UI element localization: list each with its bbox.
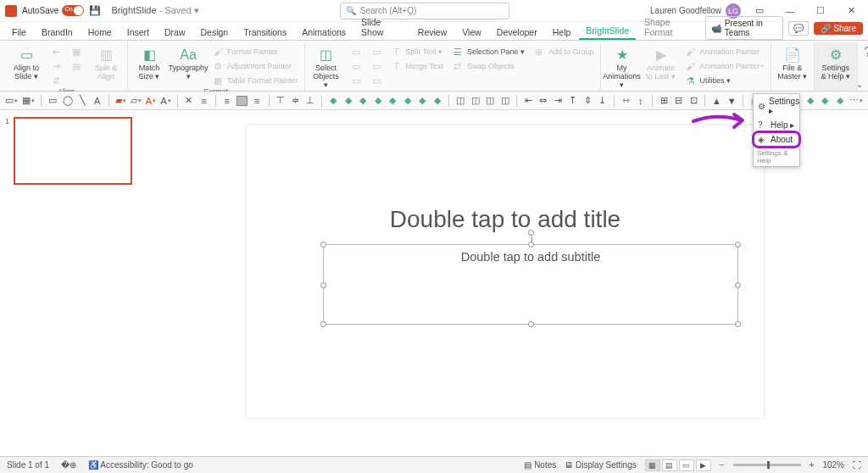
align-to-slide-button[interactable]: ▭Align to Slide ▾: [8, 45, 44, 83]
reading-view-button[interactable]: ▭: [679, 459, 694, 471]
qat-valign-mid[interactable]: ≑: [290, 94, 301, 108]
qat-arrange4[interactable]: ◫: [500, 94, 511, 108]
accessibility-status[interactable]: ♿ Accessibility: Good to go: [88, 460, 193, 470]
sel-23[interactable]: ▭: [368, 74, 385, 87]
slideshow-view-button[interactable]: ▶: [696, 459, 711, 471]
qat-sw3[interactable]: ◆: [820, 94, 831, 108]
save-icon[interactable]: 💾: [89, 5, 101, 17]
tab-draw[interactable]: Draw: [158, 25, 192, 40]
tab-view[interactable]: View: [455, 25, 488, 40]
zoom-in-button[interactable]: +: [810, 460, 815, 470]
file-master-button[interactable]: 📄File & Master ▾: [775, 45, 810, 83]
qat-al5[interactable]: ⇕: [582, 94, 593, 108]
swap-objects-button[interactable]: ⇄Swap Objects: [449, 59, 527, 73]
dist-row1[interactable]: ▦: [68, 45, 85, 58]
normal-view-button[interactable]: ▦: [645, 459, 660, 471]
animate-to-last-button[interactable]: ▶Animate to Last ▾: [643, 45, 679, 83]
qat-arrange1[interactable]: ◫: [455, 94, 466, 108]
tab-insert[interactable]: Insert: [120, 25, 156, 40]
sel-13[interactable]: ▭: [348, 74, 364, 87]
adjustment-painter-button[interactable]: ⚙Adjustment Painter: [209, 59, 301, 73]
tab-animations[interactable]: Animations: [295, 25, 353, 40]
qat-bullets[interactable]: ≡: [198, 94, 209, 108]
qat-g1[interactable]: ◆: [328, 94, 339, 108]
align-row2[interactable]: ⇥: [47, 59, 64, 73]
resize-handle[interactable]: [735, 321, 741, 327]
qat-al1[interactable]: ⇤: [523, 94, 534, 108]
qat-arrange3[interactable]: ◫: [485, 94, 496, 108]
settings-help-button[interactable]: ⚙Settings & Help ▾: [818, 45, 854, 83]
autosave-toggle[interactable]: AutoSave On: [22, 5, 84, 16]
qat-group[interactable]: ⊞: [659, 94, 670, 108]
rotate-handle[interactable]: [528, 230, 534, 236]
collapse-ribbon-icon[interactable]: ⌄: [856, 80, 863, 89]
present-in-teams-button[interactable]: 📹 Present in Teams: [705, 16, 784, 40]
qat-sw4[interactable]: ◆: [835, 94, 846, 108]
tab-review[interactable]: Review: [411, 25, 453, 40]
qat-line[interactable]: ╲: [77, 94, 88, 108]
share-button[interactable]: 🔗 Share: [814, 22, 863, 35]
qat-send-back[interactable]: ▼: [726, 94, 737, 108]
table-format-painter-button[interactable]: ▦Table Format Painter: [209, 74, 301, 87]
slide-thumbnails-panel[interactable]: 1: [0, 110, 142, 473]
resize-handle[interactable]: [735, 282, 741, 288]
display-settings-button[interactable]: 🖥 Display Settings: [565, 460, 636, 470]
qat-g2[interactable]: ◆: [342, 94, 353, 108]
qat-g4[interactable]: ◆: [372, 94, 383, 108]
qat-arrange2[interactable]: ◫: [470, 94, 481, 108]
fit-to-window-button[interactable]: ⛶: [853, 460, 861, 470]
qat-layout[interactable]: ▦: [22, 94, 35, 108]
resize-handle[interactable]: [528, 242, 534, 248]
subtitle-placeholder[interactable]: Double tap to add subtitle: [323, 244, 738, 325]
qat-g7[interactable]: ◆: [417, 94, 428, 108]
qat-rect[interactable]: ▭: [47, 94, 58, 108]
qat-al4[interactable]: ⤒: [568, 94, 579, 108]
language-indicator[interactable]: �⊕: [61, 460, 76, 470]
sel-21[interactable]: ▭: [368, 45, 385, 58]
qat-font-color[interactable]: A: [146, 94, 157, 108]
animation-painter-plus-button[interactable]: 🖌Animation Painter+: [682, 59, 767, 73]
sel-12[interactable]: ▭: [348, 59, 364, 73]
typography-button[interactable]: AaTypography ▾: [170, 45, 206, 83]
notes-button[interactable]: ▤ Notes: [524, 460, 556, 470]
format-painter-button[interactable]: 🖌Format Painter: [209, 45, 301, 58]
merge-text-button[interactable]: TMerge Text: [388, 59, 446, 73]
qat-al2[interactable]: ⇔: [537, 94, 548, 108]
resize-handle[interactable]: [320, 242, 326, 248]
qat-valign-bottom[interactable]: ⊥: [304, 94, 315, 108]
title-placeholder[interactable]: Double tap to add title: [323, 206, 687, 233]
sorter-view-button[interactable]: ▤: [662, 459, 677, 471]
resize-handle[interactable]: [320, 282, 326, 288]
tab-brightslide[interactable]: BrightSlide: [579, 23, 636, 40]
zoom-level[interactable]: 102%: [822, 460, 844, 470]
tab-shape-format[interactable]: Shape Format: [637, 14, 704, 40]
resize-handle[interactable]: [735, 242, 741, 248]
qat-regroup[interactable]: ⊡: [688, 94, 699, 108]
select-objects-button[interactable]: ◫Select Objects ▾: [309, 45, 344, 92]
sel-11[interactable]: ▭: [348, 45, 364, 58]
resize-handle[interactable]: [320, 321, 326, 327]
resize-handle[interactable]: [528, 321, 534, 327]
qat-shape-fill[interactable]: ▰: [115, 94, 126, 108]
qat-align-right[interactable]: ≡: [252, 94, 263, 108]
qat-new-slide[interactable]: ▭: [5, 94, 18, 108]
qat-g6[interactable]: ◆: [403, 94, 414, 108]
tab-brandin[interactable]: BrandIn: [35, 25, 80, 40]
qat-circle[interactable]: ◯: [62, 94, 73, 108]
sel-22[interactable]: ▭: [368, 59, 385, 73]
slide[interactable]: Double tap to add title Double tap to ad…: [247, 125, 764, 418]
dropdown-settings[interactable]: ⚙Settings ▸: [754, 94, 799, 118]
qat-valign-top[interactable]: ⊤: [275, 94, 286, 108]
qat-dist-v[interactable]: ↕: [636, 94, 647, 108]
selection-pane-button[interactable]: ☰Selection Pane ▾: [449, 45, 527, 58]
qat-shape-outline[interactable]: ▱: [131, 94, 142, 108]
zoom-slider[interactable]: [733, 464, 801, 466]
qat-bring-front[interactable]: ▲: [711, 94, 722, 108]
tab-developer[interactable]: Developer: [490, 25, 544, 40]
dropdown-help[interactable]: ?Help ▸: [754, 118, 799, 132]
qat-font-fill[interactable]: A: [160, 94, 171, 108]
tab-help[interactable]: Help: [546, 25, 578, 40]
qat-textbox[interactable]: A: [92, 94, 103, 108]
qat-dist-h[interactable]: ⇿: [620, 94, 632, 108]
qat-align-left[interactable]: ≡: [222, 94, 233, 108]
